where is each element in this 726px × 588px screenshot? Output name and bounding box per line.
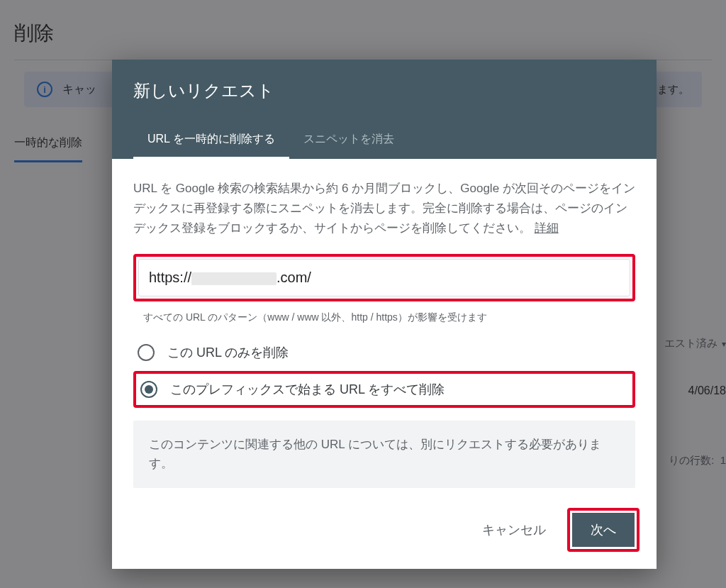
dialog-title: 新しいリクエスト [133,79,635,102]
dialog-header: 新しいリクエスト URL を一時的に削除する スニペットを消去 [112,60,657,159]
dialog-description: URL を Google 検索の検索結果から約 6 か月間ブロックし、Googl… [133,179,635,238]
cancel-button[interactable]: キャンセル [471,513,557,547]
radio-prefix-highlight: このプレフィックスで始まる URL をすべて削除 [133,371,635,408]
url-input-highlight: https://.com/ [133,254,635,301]
radio-prefix-all[interactable]: このプレフィックスで始まる URL をすべて削除 [139,375,630,404]
dialog-body: URL を Google 検索の検索結果から約 6 か月間ブロックし、Googl… [112,159,657,494]
new-request-dialog: 新しいリクエスト URL を一時的に削除する スニペットを消去 URL を Go… [112,60,657,569]
radio-label: このプレフィックスで始まる URL をすべて削除 [170,381,445,398]
dialog-footer: キャンセル 次へ [112,494,657,569]
related-urls-note: このコンテンツに関連する他の URL については、別にリクエストする必要がありま… [133,421,635,487]
next-button[interactable]: 次へ [572,513,635,547]
radio-only-this-url[interactable]: この URL のみを削除 [133,337,635,368]
next-button-highlight: 次へ [567,508,640,552]
redacted-domain [191,272,277,285]
tab-temp-remove-url[interactable]: URL を一時的に削除する [133,122,289,159]
url-input[interactable]: https://.com/ [138,259,630,296]
radio-icon [138,344,155,361]
radio-label: この URL のみを削除 [167,344,289,361]
dialog-tabs: URL を一時的に削除する スニペットを消去 [133,122,635,159]
url-help-text: すべての URL のパターン（www / www 以外、http / https… [133,306,635,337]
learn-more-link[interactable]: 詳細 [535,221,559,235]
tab-clear-snippet[interactable]: スニペットを消去 [289,122,408,159]
radio-icon [140,381,157,398]
